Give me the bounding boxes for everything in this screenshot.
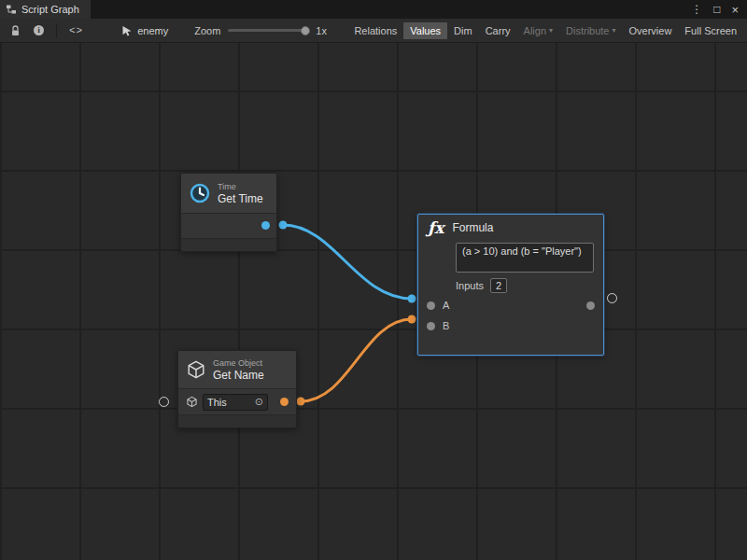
tab-script-graph[interactable]: Script Graph (0, 0, 91, 19)
toolbar-divider (56, 23, 57, 38)
node-get-time[interactable]: Time Get Time (180, 173, 277, 252)
formula-expression-input[interactable]: (a > 10) and (b = "Player") (456, 243, 594, 273)
wire-gettime-to-formula-a[interactable] (283, 225, 412, 299)
distribute-button[interactable]: Distribute ▾ (559, 22, 622, 39)
output-port-ring-formula[interactable] (607, 293, 617, 303)
inputs-count-field[interactable]: 2 (490, 278, 507, 293)
align-button-label: Align (524, 25, 546, 36)
graph-toolbar: i <> enemy Zoom 1x Relations Values Dim … (0, 19, 747, 43)
node-get-time-port-row (181, 213, 276, 238)
port-b-label: B (443, 320, 449, 331)
chevron-down-icon: ▾ (613, 27, 616, 35)
target-object-value: This (207, 397, 227, 408)
formula-inputs-row: Inputs 2 (456, 278, 594, 293)
node-formula-header[interactable]: ƒx Formula (418, 215, 603, 241)
zoom-value: 1x (316, 25, 327, 36)
title-bar: Script Graph ⋮ □ × (0, 0, 747, 19)
values-button[interactable]: Values (403, 22, 447, 39)
chevron-down-icon: ▾ (549, 27, 553, 35)
node-get-time-footer (181, 238, 276, 251)
toolbar-buttons: Relations Values Dim Carry Align ▾ Distr… (347, 19, 743, 42)
node-get-name[interactable]: Game Object Get Name This ⊙ (177, 350, 297, 428)
lock-button[interactable] (4, 19, 27, 42)
maximize-icon[interactable]: □ (713, 4, 720, 15)
cube-small-icon (186, 396, 198, 408)
script-graph-icon (6, 4, 17, 15)
window-controls: ⋮ □ × (691, 4, 747, 16)
port-a-label: A (443, 300, 449, 311)
zoom-slider-handle[interactable] (301, 26, 310, 35)
dim-button[interactable]: Dim (447, 22, 479, 39)
output-port-name[interactable] (280, 398, 289, 406)
graph-canvas[interactable]: Time Get Time ƒx Formula (a > 10) and (b… (0, 43, 747, 560)
zoom-slider[interactable] (228, 29, 308, 32)
cube-icon (186, 359, 206, 380)
input-port-b[interactable] (427, 322, 435, 330)
node-get-time-text: Time Get Time (218, 182, 263, 205)
node-get-name-text: Game Object Get Name (213, 358, 264, 382)
formula-port-row-a: A (418, 295, 603, 315)
info-button[interactable]: i (27, 19, 50, 42)
node-title: Get Time (218, 192, 263, 205)
input-port-a[interactable] (427, 301, 435, 310)
close-icon[interactable]: × (731, 4, 739, 16)
zoom-control: Zoom 1x (194, 25, 327, 36)
node-get-name-header[interactable]: Game Object Get Name (178, 351, 296, 388)
formula-port-row-b: B (418, 315, 603, 336)
graph-pointer-icon (121, 25, 133, 36)
graph-breadcrumb[interactable]: enemy (121, 25, 168, 36)
wire-endpoint-orange-target[interactable] (408, 315, 416, 324)
carry-button[interactable]: Carry (479, 22, 517, 39)
fx-icon: ƒx (428, 218, 444, 237)
distribute-button-label: Distribute (566, 25, 609, 36)
zoom-label: Zoom (194, 25, 220, 36)
fullscreen-button[interactable]: Full Screen (678, 22, 743, 39)
overview-button[interactable]: Overview (623, 22, 679, 39)
relations-button[interactable]: Relations (347, 22, 403, 39)
node-get-name-footer (178, 414, 296, 427)
node-get-time-header[interactable]: Time Get Time (181, 174, 276, 213)
code-view-button[interactable]: <> (63, 19, 90, 42)
node-category: Game Object (213, 358, 264, 369)
output-port-time[interactable] (261, 221, 270, 230)
node-title: Formula (452, 221, 493, 234)
input-port-ring-getname[interactable] (159, 397, 169, 407)
clock-icon (189, 182, 211, 204)
node-formula[interactable]: ƒx Formula (a > 10) and (b = "Player") I… (417, 214, 604, 356)
lock-icon (10, 25, 21, 36)
node-title: Get Name (213, 369, 264, 382)
output-port-result[interactable] (586, 301, 595, 310)
node-get-name-port-row: This ⊙ (178, 388, 296, 414)
info-icon: i (34, 25, 44, 35)
wire-endpoint-blue-target[interactable] (408, 295, 416, 303)
script-graph-window: Script Graph ⋮ □ × i <> enemy (0, 0, 747, 560)
wires-layer (0, 43, 747, 560)
inputs-label: Inputs (456, 280, 484, 291)
tab-title: Script Graph (21, 4, 79, 15)
wire-endpoint-blue-source[interactable] (279, 221, 288, 230)
wire-endpoint-orange-source[interactable] (297, 398, 305, 406)
target-object-dropdown[interactable]: This ⊙ (203, 394, 268, 411)
node-category: Time (218, 182, 263, 192)
wire-getname-to-formula-b[interactable] (301, 319, 412, 401)
align-button[interactable]: Align ▾ (517, 22, 559, 39)
object-picker-icon[interactable]: ⊙ (255, 397, 263, 407)
window-menu-icon[interactable]: ⋮ (691, 4, 702, 15)
graph-name-label: enemy (137, 25, 168, 36)
